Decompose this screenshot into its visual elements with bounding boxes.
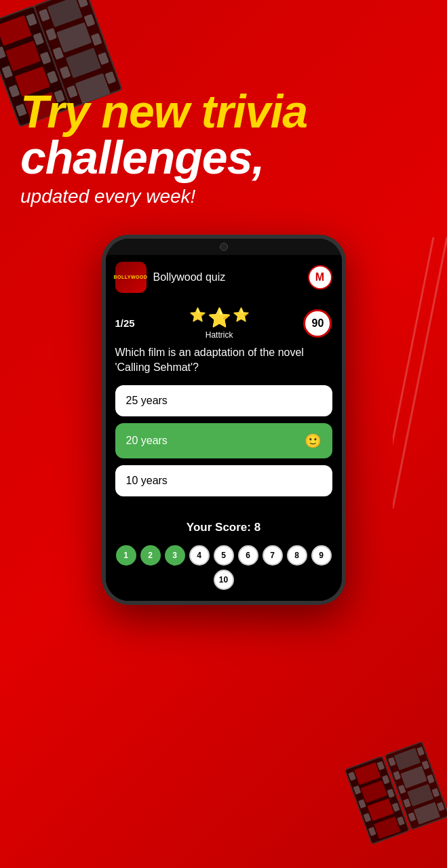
user-avatar[interactable]: M bbox=[308, 265, 332, 290]
progress-dot-5[interactable]: 5 bbox=[214, 545, 234, 566]
answer-option-1[interactable]: 25 years bbox=[115, 385, 332, 416]
app-header: BOLLYWOOD Bollywood quiz M bbox=[106, 255, 342, 300]
stars-section: ⭐ ⭐ ⭐ Hattrick bbox=[189, 307, 250, 340]
quiz-meta: 1/25 ⭐ ⭐ ⭐ Hattrick 90 bbox=[115, 307, 332, 340]
progress-dot-4[interactable]: 4 bbox=[189, 545, 210, 566]
score-area: Your Score: 8 bbox=[106, 514, 342, 540]
phone-mockup: BOLLYWOOD Bollywood quiz M 1/25 ⭐ ⭐ ⭐ bbox=[102, 235, 346, 605]
phone-mockup-container: BOLLYWOOD Bollywood quiz M 1/25 ⭐ ⭐ ⭐ bbox=[0, 235, 447, 605]
headline-line1: Try new trivia bbox=[20, 88, 427, 134]
score-label: Your Score: 8 bbox=[115, 521, 332, 534]
hattrick-label: Hattrick bbox=[206, 330, 233, 340]
progress-dot-2[interactable]: 2 bbox=[140, 545, 161, 566]
timer-circle: 90 bbox=[303, 309, 332, 338]
progress-dot-10[interactable]: 10 bbox=[214, 570, 234, 590]
question-text: Which film is an adaptation of the novel… bbox=[115, 345, 332, 376]
subheadline: updated every week! bbox=[20, 186, 427, 208]
app-icon: BOLLYWOOD bbox=[115, 262, 147, 293]
answer-option-3[interactable]: 10 years bbox=[115, 465, 332, 496]
headline-area: Try new trivia challenges, updated every… bbox=[0, 0, 447, 221]
answer-text-3: 10 years bbox=[126, 475, 168, 487]
answer-text-2: 20 years bbox=[126, 435, 168, 447]
star-2-icon: ⭐ bbox=[208, 307, 231, 329]
star-1-icon: ⭐ bbox=[189, 307, 206, 329]
stars-row: ⭐ ⭐ ⭐ bbox=[189, 307, 250, 329]
star-3-icon: ⭐ bbox=[233, 307, 250, 329]
progress-dot-1[interactable]: 1 bbox=[116, 545, 136, 566]
phone-notch bbox=[220, 243, 228, 251]
progress-dot-8[interactable]: 8 bbox=[287, 545, 307, 566]
progress-dot-9[interactable]: 9 bbox=[311, 545, 332, 566]
progress-area: 12345678910 bbox=[106, 540, 342, 601]
phone-notch-area bbox=[106, 239, 342, 255]
headline-line2: challenges, bbox=[20, 134, 427, 180]
progress-dot-6[interactable]: 6 bbox=[238, 545, 258, 566]
progress-dot-7[interactable]: 7 bbox=[263, 545, 283, 566]
quiz-area: 1/25 ⭐ ⭐ ⭐ Hattrick 90 Which film i bbox=[106, 300, 342, 514]
question-count: 1/25 bbox=[115, 317, 135, 329]
phone-screen: BOLLYWOOD Bollywood quiz M 1/25 ⭐ ⭐ ⭐ bbox=[106, 255, 342, 601]
answer-emoji-2: 🙂 bbox=[305, 433, 322, 449]
progress-dot-3[interactable]: 3 bbox=[165, 545, 185, 566]
app-title: Bollywood quiz bbox=[153, 271, 308, 283]
answer-text-1: 25 years bbox=[126, 395, 168, 407]
answer-option-2[interactable]: 20 years 🙂 bbox=[115, 423, 332, 458]
